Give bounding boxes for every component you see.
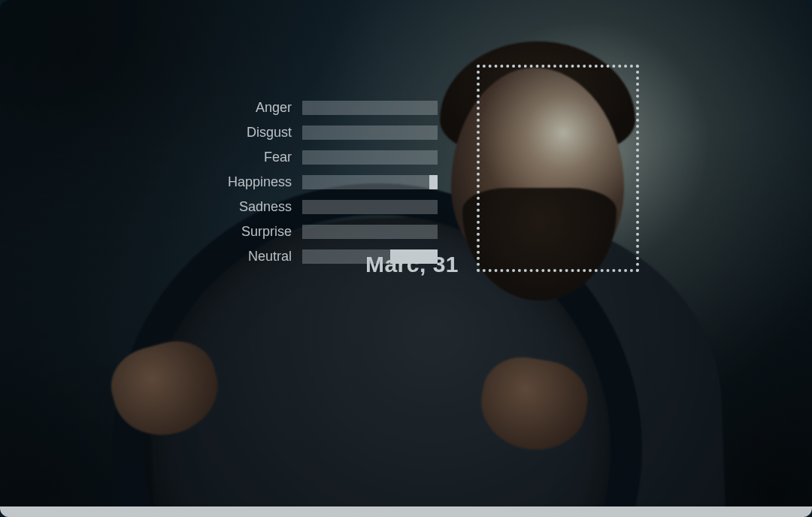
emotion-row: Happiness	[195, 175, 448, 189]
emotion-label: Anger	[195, 100, 292, 116]
emotion-label: Sadness	[195, 199, 292, 215]
emotion-row: Sadness	[195, 200, 448, 214]
emotion-bar-track	[302, 125, 438, 140]
emotion-bar-fill	[429, 175, 438, 189]
emotion-bar-track	[302, 225, 438, 239]
emotion-label: Happiness	[195, 174, 292, 190]
emotion-row: Surprise	[195, 225, 448, 239]
bottom-crop-strip	[0, 506, 812, 517]
emotion-bar-fill	[390, 249, 438, 264]
hud-overlay: Marc, 31 AngerDisgustFearHappinessSadnes…	[195, 65, 639, 277]
emotion-row: Fear	[195, 150, 448, 165]
emotion-bar-track	[302, 101, 438, 115]
emotion-row: Neutral	[195, 249, 448, 264]
emotion-label: Surprise	[195, 224, 292, 240]
emotion-bar-track	[302, 150, 438, 165]
emotion-label: Disgust	[195, 125, 292, 141]
emotion-bar-track	[302, 175, 438, 189]
emotion-row: Anger	[195, 101, 448, 115]
scene-photo: Marc, 31 AngerDisgustFearHappinessSadnes…	[0, 0, 812, 517]
emotion-label: Fear	[195, 150, 292, 165]
emotion-bars: AngerDisgustFearHappinessSadnessSurprise…	[195, 101, 448, 264]
emotion-bar-track	[302, 200, 438, 214]
emotion-bar-track	[302, 249, 438, 264]
face-bounding-box	[477, 65, 639, 272]
emotion-label: Neutral	[195, 249, 292, 265]
emotion-row: Disgust	[195, 125, 448, 140]
